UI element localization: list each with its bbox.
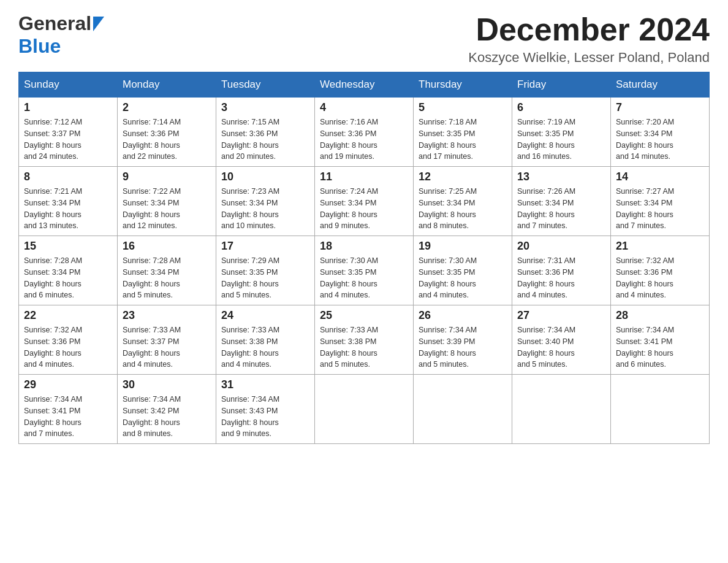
day-info: Sunrise: 7:33 AM Sunset: 3:38 PM Dayligh…: [221, 324, 309, 370]
day-info: Sunrise: 7:12 AM Sunset: 3:37 PM Dayligh…: [24, 117, 112, 163]
calendar-week-row: 29 Sunrise: 7:34 AM Sunset: 3:41 PM Dayl…: [19, 375, 710, 444]
calendar-week-row: 8 Sunrise: 7:21 AM Sunset: 3:34 PM Dayli…: [19, 167, 710, 236]
day-number: 16: [123, 240, 211, 253]
day-info: Sunrise: 7:26 AM Sunset: 3:34 PM Dayligh…: [517, 186, 605, 232]
calendar-cell: [512, 375, 611, 444]
day-info: Sunrise: 7:34 AM Sunset: 3:41 PM Dayligh…: [24, 394, 112, 440]
day-info: Sunrise: 7:33 AM Sunset: 3:37 PM Dayligh…: [123, 324, 211, 370]
day-number: 22: [24, 309, 112, 322]
day-info: Sunrise: 7:31 AM Sunset: 3:36 PM Dayligh…: [517, 255, 605, 301]
calendar-cell: [315, 375, 414, 444]
calendar-cell: 16 Sunrise: 7:28 AM Sunset: 3:34 PM Dayl…: [118, 236, 216, 305]
day-number: 4: [320, 101, 408, 114]
day-number: 26: [419, 309, 507, 322]
calendar-cell: 20 Sunrise: 7:31 AM Sunset: 3:36 PM Dayl…: [512, 236, 611, 305]
day-number: 2: [123, 101, 211, 114]
day-info: Sunrise: 7:22 AM Sunset: 3:34 PM Dayligh…: [123, 186, 211, 232]
calendar-cell: 9 Sunrise: 7:22 AM Sunset: 3:34 PM Dayli…: [118, 167, 216, 236]
logo-blue-text: Blue: [18, 35, 61, 57]
column-header-friday: Friday: [512, 72, 611, 98]
calendar-cell: 1 Sunrise: 7:12 AM Sunset: 3:37 PM Dayli…: [19, 98, 118, 167]
calendar-cell: 7 Sunrise: 7:20 AM Sunset: 3:34 PM Dayli…: [611, 98, 710, 167]
calendar-cell: 31 Sunrise: 7:34 AM Sunset: 3:43 PM Dayl…: [216, 375, 315, 444]
day-number: 17: [221, 240, 309, 253]
column-header-monday: Monday: [118, 72, 216, 98]
day-number: 7: [616, 101, 704, 114]
day-number: 30: [123, 378, 211, 391]
day-info: Sunrise: 7:27 AM Sunset: 3:34 PM Dayligh…: [616, 186, 704, 232]
calendar-cell: 19 Sunrise: 7:30 AM Sunset: 3:35 PM Dayl…: [414, 236, 512, 305]
title-section: December 2024 Koszyce Wielkie, Lesser Po…: [468, 12, 710, 66]
day-number: 14: [616, 170, 704, 183]
day-info: Sunrise: 7:29 AM Sunset: 3:35 PM Dayligh…: [221, 255, 309, 301]
day-number: 3: [221, 101, 309, 114]
day-info: Sunrise: 7:34 AM Sunset: 3:41 PM Dayligh…: [616, 324, 704, 370]
day-number: 13: [517, 170, 605, 183]
day-number: 11: [320, 170, 408, 183]
day-number: 28: [616, 309, 704, 322]
day-info: Sunrise: 7:21 AM Sunset: 3:34 PM Dayligh…: [24, 186, 112, 232]
calendar-cell: 6 Sunrise: 7:19 AM Sunset: 3:35 PM Dayli…: [512, 98, 611, 167]
page-title: December 2024: [468, 12, 710, 47]
calendar-cell: 14 Sunrise: 7:27 AM Sunset: 3:34 PM Dayl…: [611, 167, 710, 236]
day-info: Sunrise: 7:19 AM Sunset: 3:35 PM Dayligh…: [517, 117, 605, 163]
day-info: Sunrise: 7:28 AM Sunset: 3:34 PM Dayligh…: [24, 255, 112, 301]
calendar-cell: 26 Sunrise: 7:34 AM Sunset: 3:39 PM Dayl…: [414, 305, 512, 375]
day-info: Sunrise: 7:34 AM Sunset: 3:42 PM Dayligh…: [123, 394, 211, 440]
calendar-cell: 23 Sunrise: 7:33 AM Sunset: 3:37 PM Dayl…: [118, 305, 216, 375]
calendar-cell: [414, 375, 512, 444]
day-info: Sunrise: 7:20 AM Sunset: 3:34 PM Dayligh…: [616, 117, 704, 163]
day-info: Sunrise: 7:16 AM Sunset: 3:36 PM Dayligh…: [320, 117, 408, 163]
calendar-cell: 21 Sunrise: 7:32 AM Sunset: 3:36 PM Dayl…: [611, 236, 710, 305]
day-number: 1: [24, 101, 112, 114]
day-info: Sunrise: 7:25 AM Sunset: 3:34 PM Dayligh…: [419, 186, 507, 232]
column-header-thursday: Thursday: [414, 72, 512, 98]
calendar-week-row: 1 Sunrise: 7:12 AM Sunset: 3:37 PM Dayli…: [19, 98, 710, 167]
day-info: Sunrise: 7:18 AM Sunset: 3:35 PM Dayligh…: [419, 117, 507, 163]
day-number: 31: [221, 378, 309, 391]
calendar-cell: 12 Sunrise: 7:25 AM Sunset: 3:34 PM Dayl…: [414, 167, 512, 236]
day-info: Sunrise: 7:34 AM Sunset: 3:40 PM Dayligh…: [517, 324, 605, 370]
calendar-header-row: SundayMondayTuesdayWednesdayThursdayFrid…: [19, 72, 710, 98]
day-number: 21: [616, 240, 704, 253]
day-number: 19: [419, 240, 507, 253]
day-number: 6: [517, 101, 605, 114]
calendar-cell: 17 Sunrise: 7:29 AM Sunset: 3:35 PM Dayl…: [216, 236, 315, 305]
page-header: General Blue December 2024 Koszyce Wielk…: [18, 12, 710, 66]
day-number: 18: [320, 240, 408, 253]
day-number: 23: [123, 309, 211, 322]
column-header-wednesday: Wednesday: [315, 72, 414, 98]
calendar-cell: 11 Sunrise: 7:24 AM Sunset: 3:34 PM Dayl…: [315, 167, 414, 236]
page-subtitle: Koszyce Wielkie, Lesser Poland, Poland: [468, 50, 710, 66]
day-info: Sunrise: 7:14 AM Sunset: 3:36 PM Dayligh…: [123, 117, 211, 163]
day-number: 27: [517, 309, 605, 322]
logo-triangle-icon: [93, 17, 104, 31]
calendar-cell: 30 Sunrise: 7:34 AM Sunset: 3:42 PM Dayl…: [118, 375, 216, 444]
day-info: Sunrise: 7:34 AM Sunset: 3:39 PM Dayligh…: [419, 324, 507, 370]
calendar-table: SundayMondayTuesdayWednesdayThursdayFrid…: [18, 72, 710, 444]
day-info: Sunrise: 7:30 AM Sunset: 3:35 PM Dayligh…: [320, 255, 408, 301]
logo-general-text: General: [18, 12, 91, 35]
calendar-cell: 15 Sunrise: 7:28 AM Sunset: 3:34 PM Dayl…: [19, 236, 118, 305]
calendar-cell: 25 Sunrise: 7:33 AM Sunset: 3:38 PM Dayl…: [315, 305, 414, 375]
calendar-cell: 5 Sunrise: 7:18 AM Sunset: 3:35 PM Dayli…: [414, 98, 512, 167]
calendar-cell: 18 Sunrise: 7:30 AM Sunset: 3:35 PM Dayl…: [315, 236, 414, 305]
day-info: Sunrise: 7:15 AM Sunset: 3:36 PM Dayligh…: [221, 117, 309, 163]
logo: General Blue: [18, 12, 104, 58]
day-info: Sunrise: 7:32 AM Sunset: 3:36 PM Dayligh…: [24, 324, 112, 370]
day-info: Sunrise: 7:32 AM Sunset: 3:36 PM Dayligh…: [616, 255, 704, 301]
day-number: 15: [24, 240, 112, 253]
column-header-tuesday: Tuesday: [216, 72, 315, 98]
calendar-cell: 28 Sunrise: 7:34 AM Sunset: 3:41 PM Dayl…: [611, 305, 710, 375]
day-info: Sunrise: 7:23 AM Sunset: 3:34 PM Dayligh…: [221, 186, 309, 232]
calendar-cell: 24 Sunrise: 7:33 AM Sunset: 3:38 PM Dayl…: [216, 305, 315, 375]
calendar-cell: 27 Sunrise: 7:34 AM Sunset: 3:40 PM Dayl…: [512, 305, 611, 375]
day-number: 5: [419, 101, 507, 114]
calendar-cell: 8 Sunrise: 7:21 AM Sunset: 3:34 PM Dayli…: [19, 167, 118, 236]
calendar-cell: [611, 375, 710, 444]
calendar-cell: 2 Sunrise: 7:14 AM Sunset: 3:36 PM Dayli…: [118, 98, 216, 167]
day-info: Sunrise: 7:33 AM Sunset: 3:38 PM Dayligh…: [320, 324, 408, 370]
calendar-cell: 29 Sunrise: 7:34 AM Sunset: 3:41 PM Dayl…: [19, 375, 118, 444]
day-number: 10: [221, 170, 309, 183]
calendar-cell: 13 Sunrise: 7:26 AM Sunset: 3:34 PM Dayl…: [512, 167, 611, 236]
